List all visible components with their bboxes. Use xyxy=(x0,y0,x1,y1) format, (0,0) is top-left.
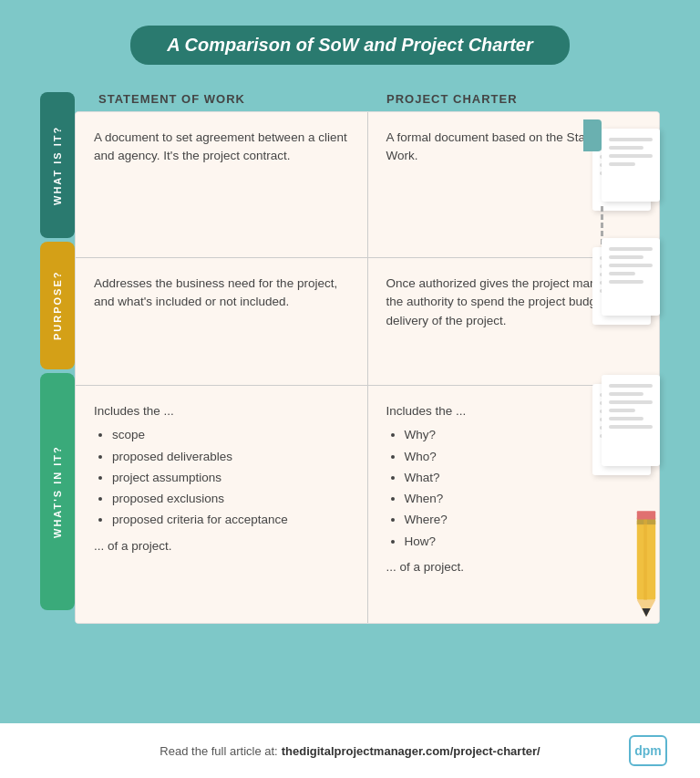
footer-logo-text: dpm xyxy=(634,743,662,758)
doc-page-front-1 xyxy=(602,129,660,202)
title-bar: A Comparison of SoW and Project Charter xyxy=(130,26,570,65)
pencil-icon xyxy=(623,503,669,621)
row3-cell1-list: scope proposed deliverables project assu… xyxy=(94,426,349,529)
list-item: project assumptions xyxy=(112,469,349,487)
table-row-2: Addresses the business need for the proj… xyxy=(76,258,659,386)
table-content: STATEMENT OF WORK PROJECT CHARTER A docu… xyxy=(75,92,660,624)
footer-logo: dpm xyxy=(629,735,667,766)
doc-page-front-3 xyxy=(602,375,660,466)
row3-cell1: Includes the ... scope proposed delivera… xyxy=(76,386,368,623)
side-labels: WHAT IS IT? PURPOSE? WHAT'S IN IT? xyxy=(40,92,75,624)
table-row-1: A document to set agreement between a cl… xyxy=(76,112,659,258)
comparison-table: A document to set agreement between a cl… xyxy=(75,111,660,624)
row3-cell1-footer: ... of a project. xyxy=(94,537,349,555)
side-label-what-is-it: WHAT IS IT? xyxy=(40,92,75,238)
table-row-3: Includes the ... scope proposed delivera… xyxy=(76,386,659,623)
doc-tab xyxy=(583,119,602,151)
footer-read-text: Read the full article at: xyxy=(160,744,277,758)
col-header-pc: PROJECT CHARTER xyxy=(372,92,660,106)
table-header-row: STATEMENT OF WORK PROJECT CHARTER xyxy=(75,92,660,106)
svg-rect-4 xyxy=(637,511,655,519)
doc-decorations xyxy=(596,110,669,621)
footer-link[interactable]: thedigitalprojectmanager.com/project-cha… xyxy=(282,744,540,758)
row3-cell1-includes: Includes the ... xyxy=(94,402,349,420)
list-item: proposed exclusions xyxy=(112,490,349,508)
svg-marker-2 xyxy=(642,608,650,617)
list-item: proposed deliverables xyxy=(112,448,349,466)
row2-cell1: Addresses the business need for the proj… xyxy=(76,258,368,385)
table-area: WHAT IS IT? PURPOSE? WHAT'S IN IT? STATE… xyxy=(40,92,660,624)
main-container: A Comparison of SoW and Project Charter … xyxy=(0,0,700,778)
row1-cell1: A document to set agreement between a cl… xyxy=(76,112,368,257)
doc-page-front-2 xyxy=(602,238,660,316)
list-item: scope xyxy=(112,426,349,444)
main-title: A Comparison of SoW and Project Charter xyxy=(167,35,533,55)
footer: Read the full article at: thedigitalproj… xyxy=(0,723,700,778)
list-item: proposed criteria for acceptance xyxy=(112,511,349,529)
svg-rect-5 xyxy=(643,520,647,600)
col-header-sow: STATEMENT OF WORK xyxy=(84,92,372,106)
side-label-purpose: PURPOSE? xyxy=(40,242,75,369)
side-label-whats-in-it: WHAT'S IN IT? xyxy=(40,373,75,610)
